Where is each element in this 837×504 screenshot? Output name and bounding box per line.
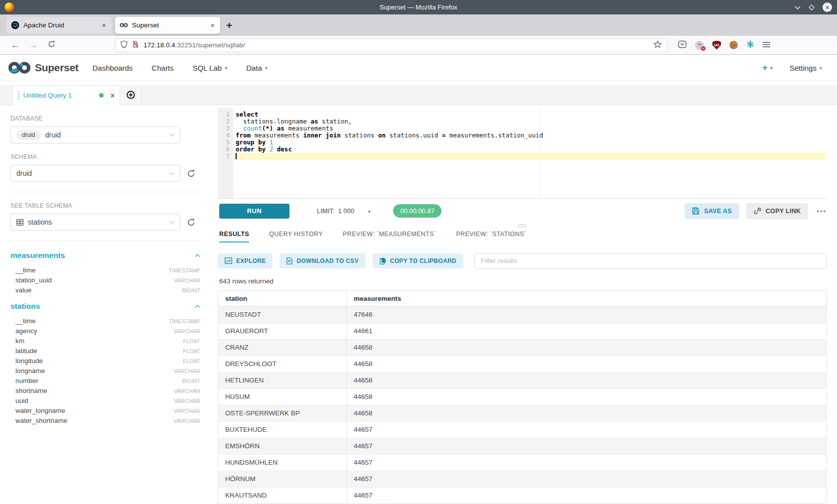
browser-tab-superset[interactable]: Superset × (115, 17, 220, 34)
link-icon (754, 207, 761, 215)
code-line[interactable]: order by 2 desc (236, 146, 827, 153)
insecure-lock-icon[interactable] (132, 40, 139, 50)
text-cursor (236, 153, 237, 159)
table-schema-select[interactable]: stations (10, 214, 180, 231)
schema-column-row[interactable]: uuidVARCHAR (10, 395, 200, 405)
download-csv-button[interactable]: DOWNLOAD TO CSV (279, 253, 365, 268)
window-close-icon[interactable]: × (823, 2, 832, 12)
code-line[interactable]: group by 1 (236, 139, 827, 146)
result-row[interactable]: NEUSTADT47646 (218, 306, 827, 323)
tab-query-history[interactable]: QUERY HISTORY (269, 231, 323, 243)
schema-column-row[interactable]: agencyVARCHAR (10, 326, 200, 336)
query-tab-untitled-query-1[interactable]: Untitled Query 1 × (12, 85, 120, 105)
schema-column-row[interactable]: kmFLOAT (10, 336, 200, 346)
save-as-button[interactable]: SAVE AS (685, 203, 739, 219)
drag-handle-icon[interactable] (18, 92, 19, 100)
sql-editor[interactable]: 1234567 select stations.longname as stat… (218, 108, 827, 199)
result-row[interactable]: KRAUTSAND44657 (218, 487, 827, 504)
tab-results[interactable]: RESULTS (219, 231, 249, 243)
schema-column-row[interactable]: water_longnameVARCHAR (10, 405, 200, 415)
column-header-station[interactable]: station (218, 290, 347, 306)
refresh-schema-icon[interactable] (187, 169, 195, 178)
schema-value: druid (16, 169, 164, 177)
colorful-asterisk-extension-icon[interactable] (746, 40, 754, 50)
filter-results-input[interactable] (474, 253, 827, 269)
chevron-up-icon[interactable] (195, 254, 200, 257)
result-row[interactable]: CRANZ44658 (218, 339, 827, 356)
result-row[interactable]: HUSUM44658 (218, 388, 827, 405)
cookie-extension-icon[interactable] (729, 41, 738, 49)
menu-icon[interactable] (763, 41, 770, 50)
schema-column-row[interactable]: numberBIGINT (10, 376, 200, 385)
nav-item-data[interactable]: Data▾ (246, 64, 268, 72)
chevron-up-icon[interactable] (195, 305, 200, 308)
code-line[interactable]: stations.longname as station, (236, 118, 827, 125)
superset-logo[interactable]: Superset (8, 61, 78, 74)
result-row[interactable]: HETLINGEN44658 (218, 372, 827, 388)
schema-column-row[interactable]: __timeTIMESTAMP (10, 265, 200, 275)
tab-preview-stations[interactable]: PREVIEW: `STATIONS` (456, 231, 526, 243)
tab-close-icon[interactable]: × (209, 21, 216, 29)
database-select[interactable]: druid druid (10, 126, 180, 143)
tab-close-icon[interactable]: × (101, 21, 107, 29)
table-section-header[interactable]: measurements (10, 251, 200, 260)
blocked-profile-extension-icon[interactable]: ☂× (695, 41, 704, 50)
code-line[interactable] (236, 153, 827, 160)
refresh-table-icon[interactable] (187, 218, 195, 227)
explore-button[interactable]: EXPLORE (218, 253, 273, 268)
table-section-header[interactable]: stations (10, 302, 200, 311)
schema-column-row[interactable]: valueBIGINT (10, 285, 200, 295)
result-row[interactable]: DREYSCHLOOT44658 (218, 356, 827, 372)
editor-code[interactable]: select stations.longname as station, cou… (233, 108, 827, 198)
ublock-origin-icon[interactable]: UO (712, 41, 721, 50)
schema-column-row[interactable]: shortnameVARCHAR (10, 385, 200, 395)
limit-dropdown[interactable]: LIMIT: 1 000 ▾ (317, 207, 370, 215)
run-button[interactable]: RUN (219, 204, 289, 219)
more-actions-icon[interactable]: ••• (817, 207, 827, 215)
pocket-icon[interactable] (678, 40, 687, 50)
result-row[interactable]: EMSHÖRN44657 (218, 438, 827, 454)
save-icon (692, 207, 699, 215)
table-schema-value: stations (28, 218, 164, 226)
add-query-tab-button[interactable] (120, 85, 141, 105)
result-row[interactable]: HÖRNUM44657 (218, 471, 827, 487)
new-item-button[interactable]: +▾ (762, 62, 773, 73)
nav-item-sql-lab[interactable]: SQL Lab▾ (193, 64, 228, 72)
bookmark-star-icon[interactable] (654, 40, 662, 50)
schema-column-row[interactable]: latitudeFLOAT (10, 346, 200, 356)
new-tab-button[interactable]: + (226, 20, 232, 30)
browser-tab-apache-druid[interactable]: Apache Druid × (6, 17, 112, 34)
close-query-tab-icon[interactable]: × (111, 92, 115, 100)
window-maximize-icon[interactable] (809, 4, 815, 10)
result-row[interactable]: HUNDSMÜHLEN44657 (218, 454, 827, 471)
copy-link-button[interactable]: COPY LINK (746, 203, 809, 219)
result-row[interactable]: BUXTEHUDE44657 (218, 421, 827, 438)
url-text[interactable]: 172.18.0.4:32251/superset/sqllab/ (143, 41, 649, 49)
schema-column-row[interactable]: longnameVARCHAR (10, 366, 200, 376)
window-minimize-icon[interactable] (795, 5, 801, 9)
settings-menu[interactable]: Settings▾ (790, 64, 822, 72)
shield-icon[interactable] (121, 40, 128, 50)
url-bar[interactable]: 172.18.0.4:32251/superset/sqllab/ (115, 38, 667, 52)
pane-resize-handle[interactable] (518, 225, 527, 227)
table-name: stations (10, 302, 40, 311)
nav-item-dashboards[interactable]: Dashboards (92, 64, 133, 72)
schema-select[interactable]: druid (10, 165, 180, 182)
copy-clipboard-button[interactable]: COPY TO CLIPBOARD (373, 253, 463, 268)
code-line[interactable]: from measurements inner join stations on… (236, 132, 827, 139)
schema-column-row[interactable]: longitudeFLOAT (10, 356, 200, 366)
back-icon[interactable]: ← (11, 40, 19, 50)
result-row[interactable]: GRAUERORT44661 (218, 323, 827, 339)
tab-preview-measurements[interactable]: PREVIEW: `MEASUREMENTS` (343, 231, 436, 243)
schema-column-row[interactable]: water_shortnameVARCHAR (10, 415, 200, 425)
reload-icon[interactable] (48, 40, 55, 50)
code-line[interactable]: select (236, 111, 827, 118)
column-header-measurements[interactable]: measurements (347, 290, 827, 306)
druid-favicon-icon (11, 21, 19, 29)
code-line[interactable]: count(*) as measurements (236, 125, 827, 132)
schema-column-row[interactable]: station_uuidVARCHAR (10, 275, 200, 285)
result-row[interactable]: OSTE-SPERRWERK BP44658 (218, 405, 827, 421)
nav-item-charts[interactable]: Charts (151, 64, 173, 72)
schema-column-row[interactable]: __timeTIMESTAMP (10, 316, 200, 326)
forward-icon[interactable]: → (29, 40, 38, 50)
